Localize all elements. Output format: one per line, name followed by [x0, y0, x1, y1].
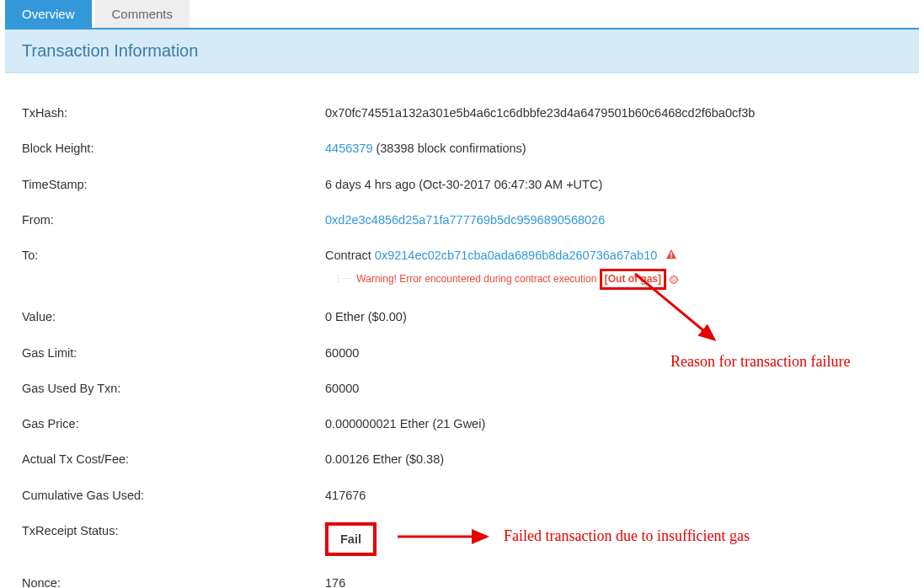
warning-text: Warning! Error encountered during contra…	[356, 273, 599, 285]
sad-icon: ☹	[670, 275, 678, 284]
svg-rect-0	[671, 253, 672, 256]
value-value: 0 Ether ($0.00)	[325, 308, 902, 325]
tree-branch-icon: ⋮⋯	[334, 274, 352, 284]
nonce-label: Nonce:	[22, 575, 325, 588]
gas-used-value: 60000	[325, 380, 902, 397]
cumulative-gas-value: 417676	[325, 487, 902, 504]
block-height-link[interactable]: 4456379	[325, 142, 372, 155]
out-of-gas-tag: [Out of gas]	[600, 269, 666, 290]
block-height-label: Block Height:	[22, 140, 325, 157]
receipt-status-label: TxReceipt Status:	[22, 522, 325, 539]
txhash-label: TxHash:	[22, 104, 325, 121]
to-prefix: Contract	[325, 249, 375, 262]
warning-icon	[665, 248, 677, 265]
nonce-value: 176	[325, 575, 902, 588]
to-label: To:	[22, 247, 325, 264]
annotation-failed: Failed transaction due to insufficient g…	[504, 526, 750, 547]
tabs: Overview Comments	[5, 0, 919, 29]
svg-rect-1	[671, 257, 672, 258]
panel-body: TxHash: 0x70fc74551a132a301e5b4a6c1c6dbb…	[5, 73, 919, 588]
gas-price-value: 0.000000021 Ether (21 Gwei)	[325, 415, 902, 432]
cost-label: Actual Tx Cost/Fee:	[22, 451, 325, 468]
block-confirmations: (38398 block confirmations)	[372, 142, 526, 155]
value-label: Value:	[22, 308, 325, 325]
from-address-link[interactable]: 0xd2e3c4856d25a71fa777769b5dc95968905680…	[325, 213, 605, 227]
tab-overview[interactable]: Overview	[5, 0, 92, 28]
gas-used-label: Gas Used By Txn:	[22, 380, 325, 397]
tab-comments[interactable]: Comments	[95, 0, 190, 28]
timestamp-label: TimeStamp:	[22, 176, 325, 193]
gas-limit-label: Gas Limit:	[22, 345, 325, 361]
txhash-value: 0x70fc74551a132a301e5b4a6c1c6dbbfe23d4a6…	[325, 104, 902, 121]
from-label: From:	[22, 211, 325, 228]
to-address-link[interactable]: 0x9214ec02cb71cba0ada6896b8da260736a67ab…	[375, 249, 657, 262]
cumulative-gas-label: Cumulative Gas Used:	[22, 487, 325, 504]
gas-price-label: Gas Price:	[22, 415, 325, 432]
timestamp-value: 6 days 4 hrs ago (Oct-30-2017 06:47:30 A…	[325, 176, 902, 193]
gas-limit-value: 60000	[325, 345, 902, 361]
cost-value: 0.00126 Ether ($0.38)	[325, 451, 902, 468]
annotation-arrow-failed	[394, 527, 495, 546]
receipt-status-value: Fail	[325, 522, 377, 556]
panel-title: Transaction Information	[5, 29, 919, 73]
